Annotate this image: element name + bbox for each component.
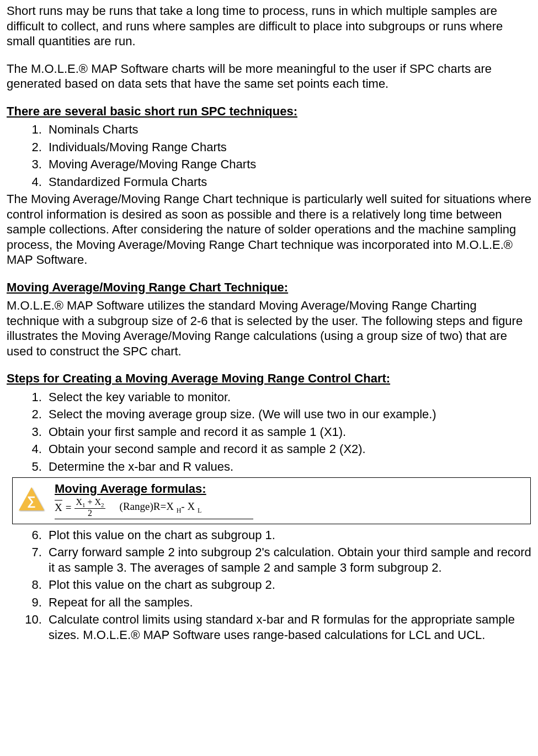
list-item: Repeat for all the samples. [45, 595, 531, 610]
equals-sign: = [66, 501, 72, 514]
list-item: Obtain your second sample and record it … [45, 441, 531, 457]
list-item: Standardized Formula Charts [45, 174, 531, 190]
list-item: Select the moving average group size. (W… [45, 407, 531, 422]
list-item-text: Obtain your first sample and record it a… [49, 425, 346, 439]
list-item-text: Repeat for all the samples. [49, 595, 193, 609]
fraction: X1 + X2 2 [74, 498, 105, 518]
list-item: Moving Average/Moving Range Charts [45, 157, 531, 172]
formula-title: Moving Average formulas: [55, 481, 253, 497]
list-item-text: Moving Average/Moving Range Charts [49, 157, 256, 171]
list-item: Obtain your first sample and record it a… [45, 424, 531, 440]
list-item-text: Determine the x-bar and R values. [49, 460, 233, 473]
range-equation: (Range)R=X H- X L [120, 500, 202, 515]
list-item-text: Nominals Charts [49, 123, 139, 136]
formula-box: ∑ Moving Average formulas: X = X1 + X2 2 [12, 477, 531, 524]
xbar-equation: X = X1 + X2 2 [55, 498, 105, 518]
steps-list-2: Plot this value on the chart as subgroup… [7, 528, 531, 643]
list-item: Calculate control limits using standard … [45, 612, 531, 642]
list-item: Plot this value on the chart as subgroup… [45, 528, 531, 543]
list-item-text: Select the moving average group size. (W… [49, 407, 436, 421]
heading-steps: Steps for Creating a Moving Average Movi… [7, 371, 531, 386]
list-item: Plot this value on the chart as subgroup… [45, 577, 531, 593]
list-item-text: Obtain your second sample and record it … [49, 442, 366, 456]
list-item-text: Plot this value on the chart as subgroup… [49, 528, 275, 542]
intro-paragraph-1: Short runs may be runs that take a long … [7, 3, 531, 49]
list-item-text: Calculate control limits using standard … [49, 613, 515, 642]
list-item-text: Select the key variable to monitor. [49, 390, 231, 404]
fraction-denominator: 2 [87, 509, 93, 518]
document-page: Short runs may be runs that take a long … [0, 0, 538, 658]
xbar-symbol: X [55, 501, 62, 514]
list-item-text: Standardized Formula Charts [49, 175, 207, 189]
list-item: Select the key variable to monitor. [45, 390, 531, 405]
fraction-numerator: X1 + X2 [74, 498, 105, 509]
list-item: Nominals Charts [45, 122, 531, 137]
heading-technique: Moving Average/Moving Range Chart Techni… [7, 280, 531, 295]
sigma-glyph: ∑ [17, 493, 46, 509]
list-item: Carry forward sample 2 into subgroup 2's… [45, 545, 531, 575]
formula-equations: X = X1 + X2 2 (Range)R=X H- X L [55, 498, 253, 519]
technique-paragraph: M.O.L.E.® MAP Software utilizes the stan… [7, 298, 531, 359]
sigma-icon: ∑ [17, 486, 46, 514]
list-item-text: Carry forward sample 2 into subgroup 2's… [49, 545, 531, 574]
heading-basic-techniques: There are several basic short run SPC te… [7, 104, 531, 119]
basic-follow-paragraph: The Moving Average/Moving Range Chart te… [7, 191, 531, 268]
list-item-text: Plot this value on the chart as subgroup… [49, 578, 275, 592]
list-item: Determine the x-bar and R values. [45, 459, 531, 475]
formula-content: Moving Average formulas: X = X1 + X2 2 [55, 481, 253, 519]
basic-techniques-list: Nominals Charts Individuals/Moving Range… [7, 122, 531, 189]
list-item: Individuals/Moving Range Charts [45, 140, 531, 155]
steps-list-1: Select the key variable to monitor. Sele… [7, 390, 531, 475]
intro-paragraph-2: The M.O.L.E.® MAP Software charts will b… [7, 61, 531, 92]
list-item-text: Individuals/Moving Range Charts [49, 140, 227, 154]
